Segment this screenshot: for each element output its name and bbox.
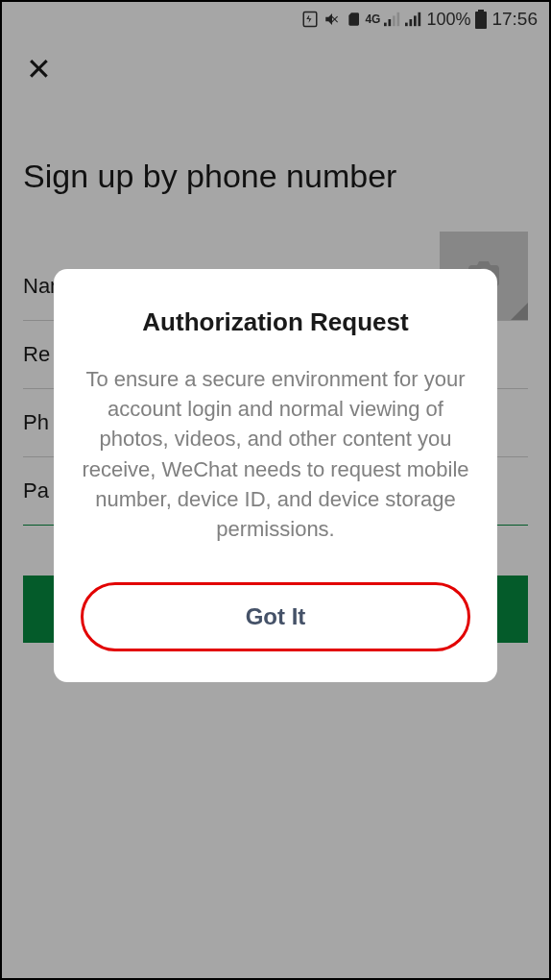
- got-it-button[interactable]: Got It: [81, 582, 470, 651]
- authorization-modal: Authorization Request To ensure a secure…: [54, 269, 497, 682]
- modal-overlay: Authorization Request To ensure a secure…: [2, 2, 549, 978]
- modal-title: Authorization Request: [81, 307, 470, 337]
- got-it-label: Got It: [246, 603, 306, 630]
- modal-body-text: To ensure a secure environment for your …: [81, 364, 470, 544]
